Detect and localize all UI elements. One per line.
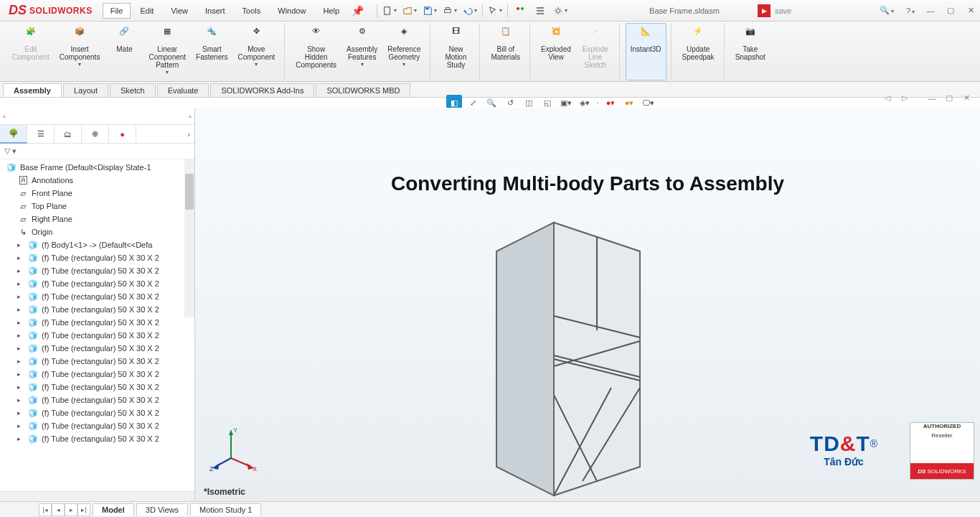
undo-button[interactable] — [462, 3, 478, 19]
doc-restore-button[interactable]: ▢ — [943, 93, 956, 103]
options-list-button[interactable] — [532, 3, 548, 19]
smart-fasteners-button[interactable]: 🔩Smart Fasteners — [191, 23, 232, 80]
minimize-button[interactable]: — — [924, 6, 937, 15]
move-component-button[interactable]: ✥Move Component▾ — [233, 23, 281, 80]
doc-close-button[interactable]: ✕ — [960, 93, 973, 103]
tree-tube-item[interactable]: ▸🧊(f) Tube (rectangular) 50 X 30 X 2 — [3, 432, 194, 445]
help-button[interactable]: ? — [904, 6, 917, 15]
plane-icon: ▱ — [17, 213, 29, 225]
close-button[interactable]: ✕ — [964, 6, 977, 15]
tree-tube-item[interactable]: ▸🧊(f) Tube (rectangular) 50 X 30 X 2 — [3, 316, 194, 329]
update-speedpak-button[interactable]: ⚡Update Speedpak — [677, 23, 720, 80]
tree-root[interactable]: 🧊Base Frame (Default<Display State-1 — [3, 161, 194, 174]
restore-button[interactable]: ▢ — [944, 6, 957, 15]
tab-mbd[interactable]: SOLIDWORKS MBD — [316, 83, 410, 97]
tree-hscrollbar[interactable] — [0, 491, 194, 501]
mate-button[interactable]: 🔗Mate — [105, 23, 143, 80]
save-button[interactable] — [422, 3, 438, 19]
flyout-icon[interactable]: ◦ — [189, 112, 192, 121]
tree-tube-item[interactable]: ▸🧊(f) Tube (rectangular) 50 X 30 X 2 — [3, 406, 194, 419]
menu-window[interactable]: Window — [270, 3, 314, 19]
tree-tube-item[interactable]: ▸🧊(f) Tube (rectangular) 50 X 30 X 2 — [3, 419, 194, 432]
feature-tree-tab[interactable]: 🌳 — [0, 125, 27, 144]
instant3d-button[interactable]: 📐Instant3D — [626, 23, 666, 80]
tab-prev[interactable]: ◂ — [52, 503, 65, 516]
next-doc-button[interactable]: ▷ — [898, 93, 911, 103]
linear-pattern-button[interactable]: ▦Linear Component Pattern▾ — [143, 23, 191, 80]
separator — [507, 4, 508, 17]
bottom-tab-motion[interactable]: Motion Study 1 — [190, 503, 261, 516]
tree-tube-item[interactable]: ▸🧊(f) Tube (rectangular) 50 X 30 X 2 — [3, 355, 194, 368]
part-icon: 🧊 — [27, 252, 39, 264]
configuration-tab[interactable]: 🗂 — [55, 125, 82, 144]
select-button[interactable] — [487, 3, 503, 19]
search-icon[interactable]: 🔍 — [880, 6, 894, 15]
tree-tube-item[interactable]: ▸🧊(f) Tube (rectangular) 50 X 30 X 2 — [3, 277, 194, 290]
bill-of-materials-button[interactable]: 📋Bill of Materials — [486, 23, 525, 80]
dimxpert-tab[interactable]: ⊕ — [82, 125, 109, 144]
tree-tube-item[interactable]: ▸🧊(f) Tube (rectangular) 50 X 30 X 2 — [3, 251, 194, 264]
print-button[interactable] — [442, 3, 458, 19]
manager-tabs: 🌳 ☰ 🗂 ⊕ ● › — [0, 125, 194, 144]
document-title: Base Frame.sldasm — [568, 6, 758, 15]
tree-tube-item[interactable]: ▸🧊(f) Tube (rectangular) 50 X 30 X 2 — [3, 329, 194, 342]
search-input[interactable]: save — [775, 6, 875, 15]
bottom-tab-model[interactable]: Model — [93, 503, 134, 516]
prev-doc-button[interactable]: ◁ — [881, 93, 894, 103]
tree-origin[interactable]: ↳Origin — [3, 225, 194, 238]
tree-front-plane[interactable]: ▱Front Plane — [3, 187, 194, 200]
tree-top-plane[interactable]: ▱Top Plane — [3, 200, 194, 213]
svg-text:X: X — [253, 465, 257, 472]
svg-text:Y: Y — [233, 427, 237, 434]
tab-sketch[interactable]: Sketch — [110, 83, 156, 97]
tab-assembly[interactable]: Assembly — [3, 83, 62, 97]
exploded-view-button[interactable]: 💥Exploded View — [536, 23, 576, 80]
tree-annotations[interactable]: 🄰Annotations — [3, 174, 194, 187]
new-doc-button[interactable] — [382, 3, 397, 19]
reference-geometry-button[interactable]: ◈Reference Geometry▾ — [382, 23, 425, 80]
new-motion-study-button[interactable]: 🎞New Motion Study — [436, 23, 475, 80]
menu-edit[interactable]: Edit — [132, 3, 161, 19]
menu-view[interactable]: View — [163, 3, 196, 19]
tab-next[interactable]: ▸ — [65, 503, 77, 516]
tree-tube-item[interactable]: ▸🧊(f) Tube (rectangular) 50 X 30 X 2 — [3, 290, 194, 303]
show-hidden-button[interactable]: 👁Show Hidden Components — [291, 23, 341, 80]
tree-tube-item[interactable]: ▸🧊(f) Tube (rectangular) 50 X 30 X 2 — [3, 368, 194, 381]
tree-filter[interactable]: ▽ ▾ — [0, 144, 194, 159]
pin-icon[interactable]: 📌 — [352, 5, 364, 17]
part-icon: 🧊 — [27, 343, 39, 354]
tree-tube-item[interactable]: ▸🧊(f) Tube (rectangular) 50 X 30 X 2 — [3, 264, 194, 277]
panel-header: ◦ ◦ — [0, 108, 194, 125]
tree-tube-item[interactable]: ▸🧊(f) Tube (rectangular) 50 X 30 X 2 — [3, 393, 194, 406]
tree-right-plane[interactable]: ▱Right Plane — [3, 213, 194, 225]
insert-components-button[interactable]: 📦Insert Components▾ — [55, 23, 105, 80]
open-doc-button[interactable] — [402, 3, 418, 19]
expand-button[interactable]: › — [136, 130, 194, 139]
tree-tube-item[interactable]: ▸🧊(f) Tube (rectangular) 50 X 30 X 2 — [3, 342, 194, 355]
tab-last[interactable]: ▸| — [77, 503, 90, 516]
history-icon[interactable]: ◦ — [3, 112, 6, 121]
display-manager-tab[interactable]: ● — [109, 125, 136, 144]
tree-tube-item[interactable]: ▸🧊(f) Tube (rectangular) 50 X 30 X 2 — [3, 303, 194, 316]
options-gear-button[interactable] — [552, 3, 568, 19]
bottom-tab-3dviews[interactable]: 3D Views — [136, 503, 188, 516]
search-play-icon[interactable]: ▶ — [758, 4, 771, 17]
property-manager-tab[interactable]: ☰ — [27, 125, 55, 144]
part-icon: 🧊 — [27, 368, 39, 380]
take-snapshot-button[interactable]: 📷Take Snapshot — [730, 23, 771, 80]
tab-layout[interactable]: Layout — [63, 83, 108, 97]
assembly-features-button[interactable]: ⚙Assembly Features▾ — [341, 23, 382, 80]
menu-tools[interactable]: Tools — [235, 3, 269, 19]
graphics-area[interactable]: Converting Multi-body Parts to Assembly — [195, 108, 980, 501]
tree-tube-item[interactable]: ▸🧊(f) Tube (rectangular) 50 X 30 X 2 — [3, 381, 194, 393]
tab-evaluate[interactable]: Evaluate — [157, 83, 209, 97]
tree-body1[interactable]: ▸🧊(f) Body1<1> -> (Default<<Defa — [3, 238, 194, 251]
menu-file[interactable]: File — [103, 3, 131, 19]
tab-addins[interactable]: SOLIDWORKS Add-Ins — [210, 83, 314, 97]
doc-minimize-button[interactable]: — — [925, 94, 938, 103]
menu-help[interactable]: Help — [315, 3, 347, 19]
tab-first[interactable]: |◂ — [39, 503, 52, 516]
menu-insert[interactable]: Insert — [197, 3, 233, 19]
tree-scrollbar[interactable] — [184, 159, 194, 317]
rebuild-button[interactable] — [512, 3, 528, 19]
